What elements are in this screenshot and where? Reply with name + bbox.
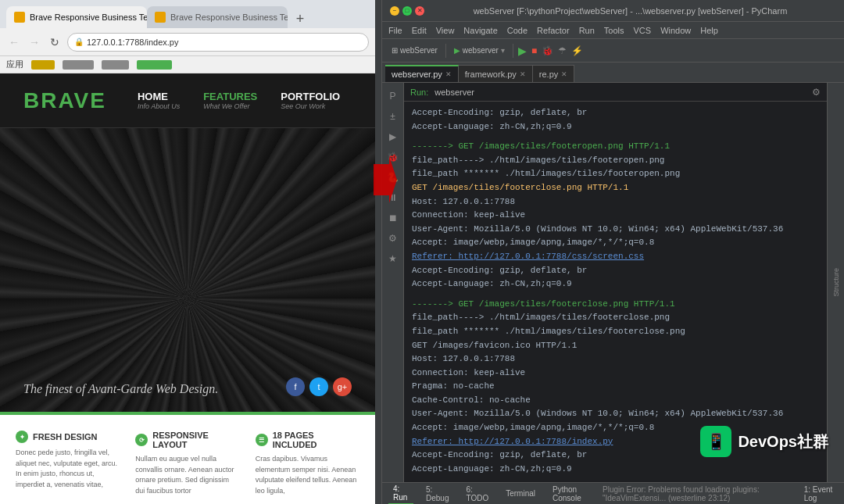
run-bar: Run: webserver ⚙	[404, 83, 827, 102]
toolbar-dropdown[interactable]: ▾	[501, 46, 505, 55]
new-tab-button[interactable]: +	[291, 9, 309, 28]
menu-file[interactable]: File	[388, 26, 402, 35]
pause-icon[interactable]: ⏸	[384, 189, 402, 206]
pycharm-toolbar: ⊞ webServer ▶ webserver ▾ ▶ ■ 🐞 ☂ ⚡	[382, 39, 844, 63]
bottom-tab-python-console[interactable]: Python Console	[548, 484, 595, 504]
menu-view[interactable]: View	[436, 26, 455, 35]
coverage-button[interactable]: ☂	[558, 45, 567, 56]
bookmarks-bar: 应用	[0, 56, 375, 73]
window-controls: − □ ✕	[390, 6, 424, 16]
toolbar-project-label: ⊞	[392, 46, 398, 55]
menu-tools[interactable]: Tools	[604, 26, 624, 35]
debug-button[interactable]: 🐞	[542, 45, 553, 56]
feature-1-text: Donec pede justo, fringilla vel, aliquet…	[16, 448, 120, 490]
hero-social: f t g+	[286, 377, 352, 396]
nav-features-sub: What We Offer	[203, 102, 257, 110]
right-side-panel: Structure	[827, 83, 844, 482]
file-tab-framework-label: framework.py	[465, 70, 517, 79]
console-line-16: GET /images/favicon.ico HTTP/1.1	[412, 339, 819, 353]
console-blank-1	[412, 134, 819, 140]
feature-2-text: Nullam eu augue vel nulla convallis orna…	[135, 454, 239, 496]
bookmark-item-4	[137, 60, 172, 70]
website: BRAVE HOME Info About Us FEATURES What W…	[0, 73, 375, 504]
logo-br: BR	[23, 88, 58, 113]
feature-2-title: ⟳ RESPONSIVE LAYOUT	[135, 431, 239, 449]
logo-accent: A	[58, 88, 73, 113]
pycharm-titlebar: − □ ✕ webServer [F:\pythonProject\webSer…	[382, 0, 844, 22]
menu-edit[interactable]: Edit	[412, 26, 427, 35]
console-line-13: -------> GET /images/tiles/footerclose.p…	[412, 298, 819, 312]
status-text: Plugin Error: Problems found loading plu…	[603, 485, 793, 502]
file-tab-framework-close[interactable]: ✕	[520, 70, 526, 78]
stop-icon-side[interactable]: ⏹	[384, 209, 402, 227]
file-tab-webserver[interactable]: webserver.py ✕	[385, 65, 459, 82]
console-line-20: Cache-Control: no-cache	[412, 394, 819, 408]
address-box[interactable]: 🔒 127.0.0.1:7788/index.py	[67, 33, 369, 52]
run-gear-icon[interactable]: ⚙	[812, 87, 821, 98]
console-line-0: Accept-Encoding: gzip, deflate, br	[412, 106, 819, 120]
file-tab-re-close[interactable]: ✕	[561, 70, 567, 78]
console-line-21: User-Agent: Mozilla/5.0 (Windows NT 10.0…	[412, 407, 819, 421]
console-content[interactable]: Accept-Encoding: gzip, deflate, br Accep…	[404, 102, 827, 482]
browser-tab-1[interactable]: Brave Responsive Business Te... ✕	[6, 6, 147, 28]
stop-button[interactable]: ■	[531, 45, 537, 56]
console-line-2: -------> GET /images/tiles/footeropen.pn…	[412, 140, 819, 154]
console-line-9: Accept: image/webp,image/apng,image/*,*/…	[412, 236, 819, 250]
file-tab-framework[interactable]: framework.py ✕	[459, 65, 533, 82]
profile-button[interactable]: ⚡	[571, 45, 583, 56]
forward-button[interactable]: →	[27, 34, 42, 50]
feature-1-title: ✦ FRESH DESIGN	[16, 431, 120, 443]
file-tab-re[interactable]: re.py ✕	[533, 65, 574, 82]
bottom-tab-run[interactable]: 4: Run	[388, 483, 413, 505]
file-tab-webserver-close[interactable]: ✕	[445, 70, 452, 78]
menu-window[interactable]: Window	[660, 26, 691, 35]
bottom-tab-debug[interactable]: 5: Debug	[421, 484, 453, 504]
bottom-tab-terminal[interactable]: Terminal	[501, 488, 540, 499]
hero-tagline: The finest of Avant-Garde Web Design.	[23, 382, 218, 396]
browser-window: Brave Responsive Business Te... ✕ Brave …	[0, 0, 375, 504]
bookmark-icon-side[interactable]: ★	[384, 250, 402, 267]
maximize-button[interactable]: □	[402, 6, 412, 16]
toolbar-sep-2	[513, 44, 513, 58]
lock-icon: 🔒	[74, 38, 84, 46]
console-line-12: Accept-Language: zh-CN,zh;q=0.9	[412, 277, 819, 291]
watermark: 📱 DevOps社群	[700, 426, 828, 457]
commit-icon[interactable]: ±	[384, 108, 402, 125]
run-button[interactable]: ▶	[518, 45, 527, 57]
settings-icon[interactable]: ⚙	[384, 230, 402, 247]
console-blank-3	[412, 476, 819, 482]
file-tab-webserver-label: webserver.py	[392, 70, 442, 79]
run-icon-side[interactable]: ▶	[384, 128, 402, 145]
minimize-button[interactable]: −	[390, 6, 399, 16]
site-nav: BRAVE HOME Info About Us FEATURES What W…	[0, 73, 375, 128]
nav-features[interactable]: FEATURES What We Offer	[203, 91, 257, 110]
facebook-icon[interactable]: f	[286, 377, 305, 396]
feature-pages-included: ☰ 18 PAGES INCLUDED Cras dapibus. Vivamu…	[256, 431, 359, 496]
feature-responsive-layout: ⟳ RESPONSIVE LAYOUT Nullam eu augue vel …	[135, 431, 239, 496]
project-icon[interactable]: P	[384, 88, 402, 105]
file-tab-re-label: re.py	[539, 70, 558, 79]
console-blank-2	[412, 291, 819, 298]
debug-icon-side[interactable]: 🐞	[384, 148, 402, 166]
nav-features-label: FEATURES	[203, 91, 257, 102]
back-button[interactable]: ←	[6, 34, 22, 50]
menu-vcs[interactable]: VCS	[634, 26, 652, 35]
browser-tab-2[interactable]: Brave Responsive Business Te... ✕	[147, 6, 288, 28]
nav-portfolio[interactable]: PORTFOLIO See Our Work	[281, 91, 340, 110]
python-icon[interactable]: 🐍	[384, 169, 402, 186]
bottom-tab-todo[interactable]: 6: TODO	[461, 484, 493, 504]
nav-home[interactable]: HOME Info About Us	[138, 91, 180, 110]
twitter-icon[interactable]: t	[309, 377, 328, 396]
menu-refactor[interactable]: Refactor	[537, 26, 570, 35]
feature-2-icon: ⟳	[135, 434, 148, 446]
reload-button[interactable]: ↻	[47, 34, 63, 50]
googleplus-icon[interactable]: g+	[333, 377, 352, 396]
console-line-10[interactable]: Referer: http://127.0.0.1:7788/css/scree…	[412, 250, 819, 264]
menu-navigate[interactable]: Navigate	[463, 26, 497, 35]
menu-code[interactable]: Code	[507, 26, 528, 35]
bottom-tab-event-log[interactable]: 1: Event Log	[799, 484, 838, 504]
menu-help[interactable]: Help	[700, 26, 718, 35]
close-button[interactable]: ✕	[415, 6, 424, 16]
menu-run[interactable]: Run	[579, 26, 595, 35]
console-line-3: file_path----> ./html/images/tiles/foote…	[412, 154, 819, 168]
